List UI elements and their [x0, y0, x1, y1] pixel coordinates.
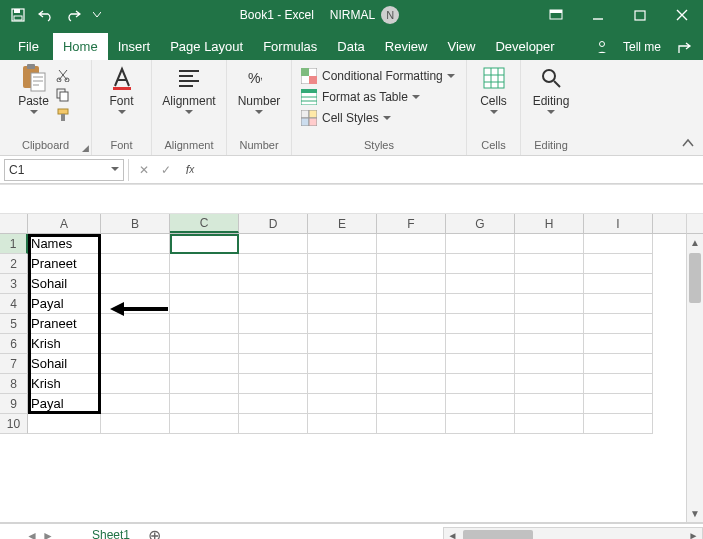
cell[interactable]: [170, 354, 239, 374]
row-header[interactable]: 10: [0, 414, 28, 434]
vertical-scrollbar[interactable]: ▲ ▼: [686, 234, 703, 522]
col-header-b[interactable]: B: [101, 214, 170, 233]
cell[interactable]: [101, 254, 170, 274]
cell[interactable]: [515, 314, 584, 334]
new-sheet-button[interactable]: ⊕: [142, 524, 166, 540]
cell[interactable]: [377, 334, 446, 354]
cell[interactable]: [101, 374, 170, 394]
cell[interactable]: [170, 334, 239, 354]
row-header[interactable]: 6: [0, 334, 28, 354]
cell[interactable]: [308, 294, 377, 314]
cell[interactable]: [515, 374, 584, 394]
cell[interactable]: Krish: [28, 334, 101, 354]
cell[interactable]: [170, 374, 239, 394]
clipboard-launcher[interactable]: ◢: [82, 143, 89, 153]
qat-customize-dropdown[interactable]: [90, 3, 104, 27]
tab-page-layout[interactable]: Page Layout: [160, 33, 253, 60]
row-header[interactable]: 3: [0, 274, 28, 294]
col-header-a[interactable]: A: [28, 214, 101, 233]
cancel-formula-button[interactable]: ✕: [133, 159, 155, 181]
cell[interactable]: [584, 334, 653, 354]
cell[interactable]: [446, 374, 515, 394]
cell[interactable]: [101, 354, 170, 374]
cell[interactable]: [446, 394, 515, 414]
cell[interactable]: [170, 274, 239, 294]
cut-button[interactable]: [53, 66, 73, 84]
row-header[interactable]: 2: [0, 254, 28, 274]
cell[interactable]: [515, 294, 584, 314]
format-as-table-button[interactable]: Format as Table: [300, 87, 455, 107]
hscroll-thumb[interactable]: [463, 530, 533, 539]
cell[interactable]: [239, 314, 308, 334]
cell[interactable]: [515, 394, 584, 414]
cell[interactable]: [446, 334, 515, 354]
col-header-g[interactable]: G: [446, 214, 515, 233]
cell[interactable]: [377, 394, 446, 414]
row-header[interactable]: 9: [0, 394, 28, 414]
cell[interactable]: [584, 314, 653, 334]
cell[interactable]: [584, 294, 653, 314]
formula-input[interactable]: [201, 159, 703, 181]
cell[interactable]: [584, 414, 653, 434]
col-header-f[interactable]: F: [377, 214, 446, 233]
cell[interactable]: [446, 414, 515, 434]
cell[interactable]: [101, 294, 170, 314]
select-all-corner[interactable]: [0, 214, 28, 234]
save-button[interactable]: [6, 3, 30, 27]
tab-formulas[interactable]: Formulas: [253, 33, 327, 60]
col-header-i[interactable]: I: [584, 214, 653, 233]
col-header-c[interactable]: C: [170, 214, 239, 233]
format-painter-button[interactable]: [53, 106, 73, 124]
ribbon-display-button[interactable]: [535, 0, 577, 30]
cell[interactable]: [170, 414, 239, 434]
scroll-up-button[interactable]: ▲: [687, 234, 703, 251]
cell[interactable]: [170, 254, 239, 274]
cell[interactable]: [446, 274, 515, 294]
cell[interactable]: [308, 274, 377, 294]
cell[interactable]: [170, 314, 239, 334]
row-header[interactable]: 4: [0, 294, 28, 314]
editing-button[interactable]: Editing: [533, 64, 570, 115]
vscroll-thumb[interactable]: [689, 253, 701, 303]
cell[interactable]: Praneet: [28, 254, 101, 274]
row-header[interactable]: 1: [0, 234, 28, 254]
collapse-ribbon-button[interactable]: [681, 137, 695, 151]
cell[interactable]: [170, 294, 239, 314]
scroll-down-button[interactable]: ▼: [687, 505, 703, 522]
row-header[interactable]: 5: [0, 314, 28, 334]
tab-data[interactable]: Data: [327, 33, 374, 60]
cell[interactable]: [584, 394, 653, 414]
cell[interactable]: [377, 314, 446, 334]
cell[interactable]: [446, 254, 515, 274]
close-button[interactable]: [661, 0, 703, 30]
cell[interactable]: [239, 234, 308, 254]
col-header-h[interactable]: H: [515, 214, 584, 233]
tab-insert[interactable]: Insert: [108, 33, 161, 60]
cell[interactable]: [308, 234, 377, 254]
scroll-left-button[interactable]: ◄: [444, 530, 461, 539]
cell[interactable]: [377, 294, 446, 314]
col-header-d[interactable]: D: [239, 214, 308, 233]
number-button[interactable]: %, Number: [238, 64, 281, 115]
row-header[interactable]: 7: [0, 354, 28, 374]
cell[interactable]: [239, 374, 308, 394]
alignment-button[interactable]: Alignment: [162, 64, 215, 115]
cell[interactable]: [308, 394, 377, 414]
cell[interactable]: [101, 414, 170, 434]
cell[interactable]: [446, 294, 515, 314]
cell[interactable]: [515, 234, 584, 254]
horizontal-scrollbar[interactable]: ◄ ►: [443, 527, 703, 539]
share-button[interactable]: [669, 40, 703, 54]
conditional-formatting-button[interactable]: Conditional Formatting: [300, 66, 455, 86]
cell[interactable]: [308, 354, 377, 374]
cell[interactable]: [101, 394, 170, 414]
cell-styles-button[interactable]: Cell Styles: [300, 108, 455, 128]
cell[interactable]: [446, 234, 515, 254]
enter-formula-button[interactable]: ✓: [155, 159, 177, 181]
cell[interactable]: [308, 314, 377, 334]
cell[interactable]: [515, 334, 584, 354]
tab-review[interactable]: Review: [375, 33, 438, 60]
tab-view[interactable]: View: [437, 33, 485, 60]
tell-me[interactable]: Tell me: [615, 40, 669, 54]
tab-developer[interactable]: Developer: [485, 33, 564, 60]
